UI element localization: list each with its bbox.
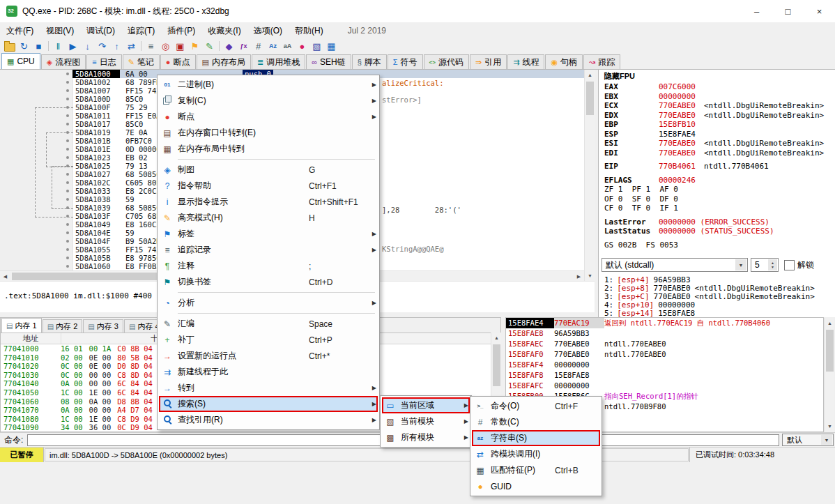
menu-file[interactable]: 文件(F) <box>0 22 40 39</box>
menu-item-comment[interactable]: ¶注释; <box>159 258 378 274</box>
breakpoints-icon[interactable]: ◎ <box>158 40 173 52</box>
trace-icon[interactable]: ≡ <box>144 40 158 52</box>
stack-row[interactable]: 15E8FAF815E8FAE8 <box>506 370 823 381</box>
tab-trace[interactable]: ↝跟踪 <box>583 54 620 69</box>
tab-log[interactable]: ≡日志 <box>86 54 121 69</box>
breakpoint-dot[interactable] <box>66 148 69 151</box>
command-profile-select[interactable]: 默认 ▼ <box>782 434 834 446</box>
menu-item-follow-in-memory-map[interactable]: ▦在内存布局中转到 <box>159 141 378 157</box>
breakpoint-dot[interactable] <box>66 114 69 117</box>
menu-item-current-region[interactable]: ▭当前区域▶ <box>382 397 470 413</box>
open-file-icon[interactable] <box>2 40 17 52</box>
case-icon[interactable]: aA <box>280 40 295 52</box>
menu-item-search[interactable]: 搜索(S)▶ <box>159 396 378 412</box>
menu-item-pattern[interactable]: ▦匹配特征(P)Ctrl+B <box>472 462 600 478</box>
tab-graph[interactable]: ◈流程图 <box>41 54 86 69</box>
breakpoint-dot[interactable] <box>66 190 69 192</box>
step-into-icon[interactable]: ↓ <box>80 40 95 52</box>
register-row[interactable]: EDI770EABE0<ntdll.DbgUiRemoteBreakin> <box>604 148 835 158</box>
scrollbar-thumb[interactable] <box>826 330 834 372</box>
hash-icon[interactable]: # <box>251 40 266 52</box>
calling-convention-select[interactable]: 默认 (stdcall) ▼ <box>602 258 748 272</box>
menu-item-follow-in-dump[interactable]: ▤在内存窗口中转到(E) <box>159 125 378 141</box>
menu-item-graph[interactable]: ◈制图G <box>159 162 378 178</box>
register-row[interactable]: EAX007C6000 <box>604 82 835 92</box>
tab-threads[interactable]: ⇉线程 <box>507 54 544 69</box>
menu-item-current-module[interactable]: ▧当前模块▶ <box>382 413 470 429</box>
tab-cpu[interactable]: ▦CPU <box>1 53 40 69</box>
tab-script[interactable]: §脚本 <box>352 54 387 69</box>
menu-item-breakpoint[interactable]: ●断点▶ <box>159 109 378 125</box>
tab-notes[interactable]: ✎笔记 <box>123 54 160 69</box>
tab-call-stack[interactable]: ≣调用堆栈 <box>252 54 305 69</box>
scroll-up-icon[interactable]: ▲ <box>585 70 595 80</box>
register-row[interactable]: LastError00000000 (ERROR_SUCCESS) <box>604 217 835 227</box>
scrollbar-track[interactable] <box>825 328 834 421</box>
register-row[interactable]: EFLAGS00000246 <box>604 176 835 185</box>
register-row[interactable]: ESP15E8FAE4 <box>604 130 835 139</box>
menu-item-binary[interactable]: 01二进制(B)▶ <box>159 77 378 93</box>
breakpoint-dot[interactable] <box>66 231 69 234</box>
register-row[interactable]: OF 0 SF 0 DF 0 <box>604 194 835 204</box>
breakpoint-dot[interactable] <box>66 131 69 134</box>
stack-row[interactable]: 15E8FAE4770EAC19返回到 ntdll.770EAC19 自 ntd… <box>506 318 823 328</box>
step-over-icon[interactable]: ↷ <box>95 40 109 52</box>
restart-icon[interactable]: ↻ <box>17 40 31 52</box>
tab-source[interactable]: <>源代码 <box>424 54 469 69</box>
register-row[interactable]: EDX770EABE0<ntdll.DbgUiRemoteBreakin> <box>604 111 835 121</box>
argument-count-spinner[interactable]: 5 ▲▼ <box>751 258 779 272</box>
stack-row[interactable]: 15E8FAF400000000 <box>506 360 823 370</box>
breakpoint-dot[interactable] <box>66 206 69 209</box>
breakpoint-dot[interactable] <box>66 98 69 100</box>
menu-view[interactable]: 视图(V) <box>40 22 80 39</box>
breakpoint-dot[interactable] <box>66 181 69 184</box>
tab-symbols[interactable]: Σ符号 <box>388 54 423 69</box>
menu-item-constant[interactable]: #常数(C) <box>472 414 600 430</box>
register-row[interactable]: CF 0 TF 0 IF 1 <box>604 204 835 213</box>
menu-item-command[interactable]: >_命令(O)Ctrl+F <box>472 398 600 414</box>
step-out-icon[interactable]: ↑ <box>109 40 124 52</box>
menu-item-string-references[interactable]: az字符串(S) <box>472 430 600 446</box>
stop-icon[interactable]: ■ <box>31 40 46 52</box>
hide-fpu-toggle[interactable]: 隐藏FPU <box>599 70 835 82</box>
run-icon[interactable]: ▶ <box>66 40 80 52</box>
register-row[interactable]: EBX00000000 <box>604 92 835 102</box>
patches-icon[interactable]: ✎ <box>202 40 217 52</box>
spinner-arrows-icon[interactable]: ▲▼ <box>768 259 777 270</box>
favourites-icon[interactable]: ⚑ <box>187 40 202 52</box>
stack-row[interactable]: 15E8FAE896A59BB3 <box>506 328 823 339</box>
menu-trace[interactable]: 追踪(T) <box>121 22 161 39</box>
scroll-down-icon[interactable]: ▼ <box>585 270 595 281</box>
menu-item-trace-record[interactable]: ≡追踪记录▶ <box>159 242 378 258</box>
tab-breakpoints[interactable]: ●断点 <box>160 54 196 69</box>
breakpoint-dot[interactable] <box>66 123 69 125</box>
register-row[interactable]: GS 002B FS 0053 <box>604 240 835 250</box>
minimize-button[interactable]: – <box>741 0 772 22</box>
menu-favourites[interactable]: 收藏夹(I) <box>201 22 247 39</box>
menu-item-instruction-help[interactable]: ?指令帮助Ctrl+F1 <box>159 178 378 194</box>
maximize-button[interactable]: □ <box>772 0 804 22</box>
menu-item-copy[interactable]: 复制(C)▶ <box>159 93 378 109</box>
scroll-right-icon[interactable]: ▶ <box>574 271 584 282</box>
menu-item-all-modules[interactable]: ▩所有模块▶ <box>382 429 470 445</box>
scroll-left-icon[interactable]: ◀ <box>0 271 10 282</box>
stack-row[interactable]: 15E8FAFC00000000 <box>506 381 823 391</box>
dump-tab-dump-2[interactable]: ▤内存 2 <box>43 319 83 333</box>
breakpoint-dot[interactable] <box>66 223 69 226</box>
run-to-return-icon[interactable]: ⇄ <box>124 40 139 52</box>
scrollbar-thumb[interactable] <box>586 82 594 115</box>
scrollbar-thumb[interactable] <box>493 344 500 386</box>
registers-pane[interactable]: 隐藏FPU EAX007C6000EBX00000000ECX770EABE0<… <box>598 70 835 317</box>
register-row[interactable]: LastStatus00000000 (STATUS_SUCCESS) <box>604 227 835 236</box>
menu-item-find-references[interactable]: 查找引用(R)▶ <box>159 412 378 428</box>
menu-item-highlighting-mode[interactable]: ✎高亮模式(H)H <box>159 210 378 226</box>
breakpoint-dot[interactable] <box>66 81 69 84</box>
breakpoint-dot[interactable] <box>66 265 69 268</box>
menu-item-new-thread-here[interactable]: ⇉新建线程于此 <box>159 364 378 380</box>
scroll-up-icon[interactable]: ▲ <box>491 333 502 343</box>
register-row[interactable]: EIP770B4061ntdll.770B4061 <box>604 162 835 171</box>
attach-icon[interactable]: ● <box>295 40 309 52</box>
close-button[interactable]: × <box>804 0 835 22</box>
chevron-down-icon[interactable]: ▼ <box>821 435 832 445</box>
menu-item-label[interactable]: ⚑标签▶ <box>159 226 378 242</box>
